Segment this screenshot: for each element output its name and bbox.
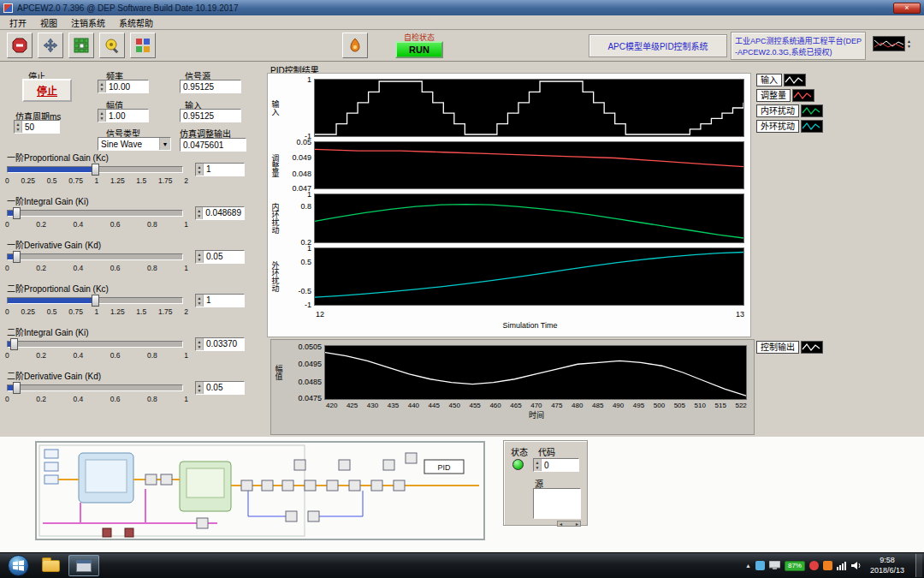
slider-value-box[interactable]: ▲▼ 1 xyxy=(195,163,245,176)
spinner-arrows[interactable]: ▲▼ xyxy=(196,164,204,176)
titlebar: APCEW2.0 7.396 @ DEP Software Build Date… xyxy=(0,0,924,15)
legend-thumbnail xyxy=(784,74,806,86)
network-icon[interactable] xyxy=(837,561,847,570)
gain-slider: 一阶Proportional Gain (Kc) ▲▼ 1 00.250.50.… xyxy=(7,151,262,185)
x-max-label: 13 xyxy=(736,310,744,321)
tick-label: 0.4 xyxy=(73,264,83,272)
slider-track[interactable] xyxy=(7,253,183,260)
slider-track[interactable] xyxy=(7,297,183,304)
x-tick-label: 425 xyxy=(346,402,358,409)
taskbar-clock[interactable]: 9:58 2018/6/13 xyxy=(870,556,904,575)
taskbar-explorer-button[interactable] xyxy=(35,555,66,576)
slider-thumb[interactable] xyxy=(92,295,99,307)
spinner-arrows[interactable]: ▲▼ xyxy=(196,251,204,263)
slider-track[interactable] xyxy=(7,166,183,173)
connector-tool-button[interactable] xyxy=(68,33,94,58)
slider-value-box[interactable]: ▲▼ 0.03370 xyxy=(195,337,245,351)
slider-value-box[interactable]: ▲▼ 1 xyxy=(195,294,245,307)
spinner-arrows[interactable]: ▲▼ xyxy=(196,207,203,219)
block-diagram: PID xyxy=(3,439,501,549)
taskbar: ▲ 87% 9:58 2018/6/13 xyxy=(0,552,924,578)
slider-value: 0.048689 xyxy=(203,208,244,217)
stop-button[interactable]: 停止 xyxy=(22,79,72,102)
menu-open[interactable]: 打开 xyxy=(3,15,33,30)
tick-label: 0.6 xyxy=(110,264,121,272)
start-button[interactable] xyxy=(8,555,29,576)
abort-tool-button[interactable] xyxy=(7,33,33,58)
slider-value-box[interactable]: ▲▼ 0.048689 xyxy=(195,206,245,220)
close-button[interactable]: × xyxy=(893,3,921,14)
legend-item[interactable]: 调整量 xyxy=(756,89,823,102)
show-desktop-button[interactable] xyxy=(915,554,922,577)
run-button[interactable]: RUN xyxy=(395,41,443,58)
gain-slider: 二阶Integral Gain (Ki) ▲▼ 0.03370 00.20.40… xyxy=(7,325,262,360)
mini-trend-spinner[interactable]: ▲▼ xyxy=(907,39,911,49)
signal-type-dropdown[interactable]: Sine Wave ▼ xyxy=(98,137,171,151)
slider-value-box[interactable]: ▲▼ 0.05 xyxy=(195,381,245,395)
plot-area xyxy=(314,79,744,137)
slider-value-box[interactable]: ▲▼ 0.05 xyxy=(195,250,245,264)
legend-item[interactable]: 内环扰动 xyxy=(756,104,823,117)
battery-indicator[interactable]: 87% xyxy=(785,561,805,571)
slider-thumb[interactable] xyxy=(92,164,99,176)
alarm-tool-button[interactable] xyxy=(342,33,368,58)
frequency-value: 10.00 xyxy=(106,82,133,92)
slider-thumb[interactable] xyxy=(13,207,21,219)
frequency-input[interactable]: ▲▼ 10.00 xyxy=(98,80,149,93)
legend-wave-icon xyxy=(785,74,805,86)
legend-item[interactable]: 输入 xyxy=(756,74,823,86)
sim-period-input[interactable]: ▲▼ 50 xyxy=(14,120,60,134)
navigate-tool-button[interactable] xyxy=(38,33,63,58)
slider-thumb[interactable] xyxy=(13,251,21,263)
spinner-arrows[interactable]: ▲▼ xyxy=(196,338,204,350)
spinner-arrows[interactable]: ▲▼ xyxy=(196,382,204,394)
slider-track[interactable] xyxy=(7,341,183,348)
tray-display-icon[interactable] xyxy=(769,561,780,570)
tray-app-icon-blue[interactable] xyxy=(755,561,765,570)
output-y-ticks: 0.05050.04950.04850.0475 xyxy=(285,345,324,400)
source-scrollbar[interactable]: ◄► xyxy=(557,521,581,527)
tick-label: 1.5 xyxy=(136,176,146,185)
x-tick-label: 420 xyxy=(326,402,337,409)
slider-track[interactable] xyxy=(7,384,183,391)
slider-label: 一阶Derivative Gain (Kd) xyxy=(7,238,262,249)
code-input[interactable]: ▲▼ 0 xyxy=(533,458,579,472)
chevron-down-icon[interactable]: ▼ xyxy=(159,138,170,150)
source-textbox[interactable] xyxy=(533,488,581,519)
tray-app-icon-red[interactable] xyxy=(809,561,819,570)
tick-label: 0 xyxy=(5,220,9,229)
slider-thumb[interactable] xyxy=(10,338,18,350)
tick-label: 1.25 xyxy=(110,176,125,185)
spinner-arrows[interactable]: ▲▼ xyxy=(196,295,204,307)
legend-item[interactable]: 控制输出 xyxy=(756,341,823,354)
x-tick-label: 440 xyxy=(408,402,419,409)
legend-item[interactable]: 外环扰动 xyxy=(756,120,823,133)
sim-output-display: 0.0475601 xyxy=(180,138,246,152)
tick-label: 0.8 xyxy=(147,220,157,229)
control-panel: 停止 停止 频率 ▲▼ 10.00 信号源 0.95125 幅值 ▲▼ 1.00… xyxy=(0,62,264,438)
mini-trend-widget: ▲▼ xyxy=(873,36,911,51)
tick-label: 0.4 xyxy=(73,395,83,403)
amplitude-input[interactable]: ▲▼ 1.00 xyxy=(98,109,149,122)
probe-tool-button[interactable] xyxy=(99,33,125,58)
menu-help[interactable]: 系统帮助 xyxy=(112,15,160,30)
tray-app-icon-orange[interactable] xyxy=(823,561,832,570)
slider-track[interactable] xyxy=(7,210,183,217)
slider-thumb[interactable] xyxy=(13,382,21,394)
menu-logout[interactable]: 注销系统 xyxy=(64,15,112,30)
plot-line xyxy=(325,346,746,399)
tray-expand-icon[interactable]: ▲ xyxy=(745,563,751,569)
y-tick-label: 1 xyxy=(307,190,311,199)
spinner-arrows[interactable]: ▲▼ xyxy=(534,459,542,471)
menu-view[interactable]: 视图 xyxy=(33,15,64,30)
spinner-arrows[interactable]: ▲▼ xyxy=(98,110,106,122)
volume-icon[interactable] xyxy=(851,561,862,570)
slider-label: 二阶Derivative Gain (Kd) xyxy=(7,369,262,380)
legend-wave-icon xyxy=(802,105,822,116)
x-tick-label: 510 xyxy=(695,402,706,409)
palette-tool-button[interactable] xyxy=(130,33,156,58)
spinner-arrows[interactable]: ▲▼ xyxy=(98,80,106,92)
taskbar-app-button[interactable] xyxy=(68,555,99,576)
plot-y-ticks: 0.050.0490.0480.047 xyxy=(281,141,314,189)
spinner-arrows[interactable]: ▲▼ xyxy=(15,121,22,133)
